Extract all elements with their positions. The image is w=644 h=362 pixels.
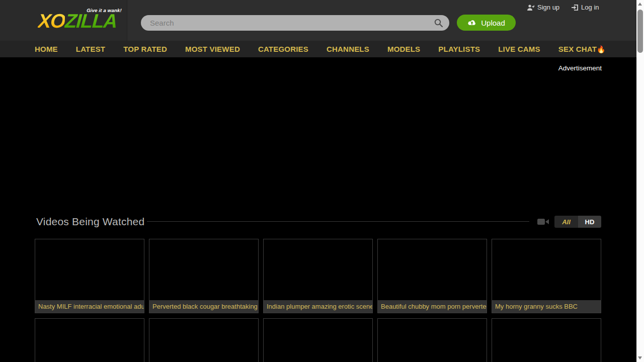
nav-item-channels[interactable]: CHANNELS	[327, 45, 369, 53]
nav-item-sex-chat[interactable]: SEX CHAT🔥	[558, 45, 606, 53]
advertisement-label: Advertisement	[0, 64, 602, 72]
logo-brand-second: ZILLA	[64, 10, 118, 32]
video-card[interactable]	[263, 318, 373, 362]
video-thumbnail	[35, 239, 144, 300]
video-camera-icon	[537, 218, 549, 226]
search-input[interactable]	[141, 15, 449, 31]
nav-item-top-rated[interactable]: TOP RATED	[123, 45, 167, 53]
nav-item-latest[interactable]: LATEST	[76, 45, 105, 53]
video-thumbnail	[149, 239, 258, 300]
login-icon	[572, 5, 578, 11]
nav-item-label: SEX CHAT	[558, 45, 597, 53]
video-card[interactable]	[377, 318, 487, 362]
auth-links: Sign up Log in	[527, 4, 599, 11]
video-title: Beautiful chubby mom porn perverted	[378, 300, 487, 313]
scroll-down-arrow-icon[interactable]	[638, 356, 642, 359]
section-divider	[147, 221, 529, 222]
video-card[interactable]: Beautiful chubby mom porn perverted	[377, 239, 487, 313]
login-link[interactable]: Log in	[572, 4, 599, 11]
main-nav: HOME LATEST TOP RATED MOST VIEWED CATEGO…	[0, 41, 636, 57]
logo-section: Give it a wank! XOZILLA	[0, 0, 127, 41]
nav-item-home[interactable]: HOME	[35, 45, 58, 53]
scrollbar[interactable]	[636, 0, 644, 362]
quality-filter-toggle: All HD	[554, 216, 601, 228]
video-card[interactable]	[149, 318, 259, 362]
nav-item-playlists[interactable]: PLAYLISTS	[438, 45, 480, 53]
video-card[interactable]: My horny granny sucks BBC	[492, 239, 601, 313]
search-icon[interactable]	[434, 19, 443, 27]
flame-icon: 🔥	[597, 45, 606, 53]
page: Give it a wank! XOZILLA Upload	[0, 0, 644, 362]
video-title: My horny granny sucks BBC	[492, 300, 601, 313]
video-grid-row-2	[35, 318, 601, 362]
nav-item-live-cams[interactable]: LIVE CAMS	[498, 45, 540, 53]
scrollbar-thumb[interactable]	[637, 10, 643, 53]
filter-hd-button[interactable]: HD	[578, 216, 601, 228]
search-bar	[141, 15, 449, 31]
video-title: Indian plumper amazing erotic scene	[264, 300, 372, 313]
nav-item-models[interactable]: MODELS	[387, 45, 420, 53]
upload-button[interactable]: Upload	[457, 15, 516, 31]
scroll-up-arrow-icon[interactable]	[638, 3, 642, 6]
video-card[interactable]	[492, 318, 601, 362]
nav-item-categories[interactable]: CATEGORIES	[258, 45, 308, 53]
header: Give it a wank! XOZILLA Upload	[0, 0, 636, 41]
section-title: Videos Being Watched	[36, 216, 144, 228]
video-thumbnail	[264, 239, 372, 300]
video-card[interactable]: Indian plumper amazing erotic scene	[263, 239, 373, 313]
video-card[interactable]: Nasty MILF interracial emotional adult	[35, 239, 144, 313]
cloud-upload-icon	[467, 19, 476, 26]
user-plus-icon	[527, 5, 534, 11]
signup-label: Sign up	[537, 4, 559, 11]
site-logo[interactable]: Give it a wank! XOZILLA	[37, 8, 122, 31]
video-thumbnail	[378, 239, 487, 300]
signup-link[interactable]: Sign up	[527, 4, 559, 11]
logo-text: XOZILLA	[37, 12, 121, 31]
login-label: Log in	[581, 4, 599, 11]
video-title: Nasty MILF interracial emotional adult	[35, 300, 144, 313]
video-grid-row-1: Nasty MILF interracial emotional adult P…	[35, 239, 601, 313]
filter-all-button[interactable]: All	[554, 216, 578, 228]
logo-brand-first: XO	[37, 10, 65, 32]
video-title: Perverted black cougar breathtaking	[149, 300, 258, 313]
video-thumbnail	[492, 239, 601, 300]
video-card[interactable]: Perverted black cougar breathtaking	[149, 239, 259, 313]
video-card[interactable]	[35, 318, 144, 362]
nav-item-most-viewed[interactable]: MOST VIEWED	[185, 45, 240, 53]
upload-label: Upload	[481, 19, 505, 27]
